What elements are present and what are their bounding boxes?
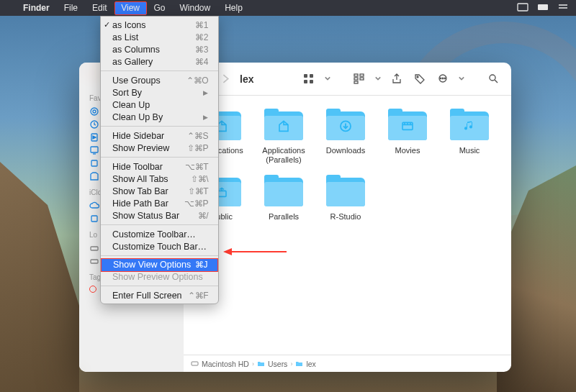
- group-dropdown-button[interactable]: [373, 71, 383, 87]
- folder-icon: [387, 109, 428, 143]
- svg-rect-16: [304, 74, 307, 78]
- folder-item[interactable]: Applications (Parallels): [253, 109, 315, 165]
- menubar-view[interactable]: View: [114, 1, 147, 15]
- folder-content[interactable]: Applications Applications (Parallels) Do…: [184, 96, 511, 355]
- svg-rect-21: [354, 78, 358, 80]
- folder-item[interactable]: R-Studio: [315, 175, 377, 222]
- folder-label: Movies: [395, 146, 420, 155]
- window-title: lex: [240, 73, 253, 85]
- search-button[interactable]: [484, 71, 503, 87]
- folder-label: Music: [459, 146, 480, 155]
- folder-item[interactable]: Parallels: [253, 175, 315, 222]
- menubar-app[interactable]: Finder: [16, 1, 57, 15]
- menu-show-view-options[interactable]: Show View Options⌘J: [101, 258, 218, 272]
- menubar: Finder File Edit View Go Window Help: [0, 0, 576, 16]
- menu-use-groups[interactable]: Use Groups⌃⌘O: [101, 74, 218, 86]
- path-segment[interactable]: lex: [306, 360, 315, 368]
- menu-separator: [101, 157, 218, 158]
- svg-rect-18: [304, 80, 307, 83]
- menu-show-preview[interactable]: Show Preview⇧⌘P: [101, 142, 218, 154]
- folder-label: Parallels: [269, 212, 299, 222]
- svg-rect-1: [538, 4, 548, 10]
- folder-icon: [449, 109, 490, 143]
- view-dropdown-button[interactable]: [323, 71, 333, 87]
- folder-item[interactable]: Movies: [377, 109, 438, 165]
- annotation-arrow-icon: [223, 246, 288, 257]
- menu-sort-by[interactable]: Sort By▶: [101, 86, 218, 99]
- menu-hide-path-bar[interactable]: Hide Path Bar⌥⌘P: [101, 197, 218, 209]
- menu-customize-touch-bar[interactable]: Customize Touch Bar…: [101, 240, 218, 252]
- menu-as-icons[interactable]: as Icons⌘1: [101, 19, 218, 31]
- svg-point-29: [444, 78, 446, 79]
- menu-clean-up[interactable]: Clean Up: [101, 99, 218, 111]
- svg-rect-39: [192, 362, 198, 365]
- action-dropdown-button[interactable]: [456, 71, 467, 87]
- svg-line-31: [495, 80, 498, 83]
- folder-label: Applications (Parallels): [255, 146, 312, 165]
- menu-as-list[interactable]: as List⌘2: [101, 31, 218, 43]
- path-segment[interactable]: Macintosh HD: [202, 360, 249, 368]
- folder-item[interactable]: Downloads: [315, 109, 377, 165]
- svg-rect-20: [354, 74, 358, 76]
- svg-rect-24: [360, 78, 364, 80]
- svg-point-6: [91, 108, 98, 115]
- menu-separator: [101, 70, 218, 71]
- finder-main: lex Applications Applications (Parallels…: [184, 63, 511, 372]
- svg-point-7: [93, 110, 96, 113]
- menubar-file[interactable]: File: [57, 1, 85, 15]
- chevron-right-icon: ▶: [203, 114, 208, 121]
- action-button[interactable]: [433, 71, 452, 87]
- folder-label: R-Studio: [330, 212, 361, 222]
- svg-point-27: [440, 78, 441, 79]
- tag-dot-icon: [89, 286, 96, 293]
- view-menu-dropdown: as Icons⌘1 as List⌘2 as Columns⌘3 as Gal…: [100, 16, 219, 304]
- folder-label: Downloads: [326, 146, 365, 155]
- menubar-help[interactable]: Help: [217, 1, 250, 15]
- menubar-status-icon[interactable]: [537, 2, 549, 14]
- menu-show-tab-bar[interactable]: Show Tab Bar⇧⌘T: [101, 185, 218, 197]
- share-button[interactable]: [387, 71, 406, 87]
- menu-show-all-tabs[interactable]: Show All Tabs⇧⌘\: [101, 173, 218, 185]
- path-segment[interactable]: Users: [268, 360, 287, 368]
- folder-icon: [263, 175, 305, 209]
- svg-point-30: [490, 75, 495, 81]
- chevron-right-icon: ▶: [203, 89, 208, 96]
- folder-item[interactable]: Music: [438, 109, 500, 165]
- menubar-window[interactable]: Window: [173, 1, 218, 15]
- svg-rect-23: [360, 74, 364, 76]
- folder-icon: [325, 175, 366, 209]
- control-center-icon[interactable]: [557, 2, 569, 14]
- svg-point-28: [442, 78, 444, 79]
- menu-enter-full-screen[interactable]: Enter Full Screen⌃⌘F: [101, 289, 218, 301]
- menu-clean-up-by[interactable]: Clean Up By▶: [101, 111, 218, 123]
- finder-toolbar: lex: [184, 63, 511, 96]
- svg-rect-0: [518, 4, 528, 11]
- svg-rect-17: [310, 74, 313, 78]
- svg-rect-14: [91, 247, 98, 250]
- menu-separator: [101, 126, 218, 127]
- menubar-go[interactable]: Go: [147, 1, 173, 15]
- menu-show-status-bar[interactable]: Show Status Bar⌘/: [101, 209, 218, 222]
- menu-as-gallery[interactable]: as Gallery⌘4: [101, 55, 218, 68]
- view-icons-button[interactable]: [300, 71, 318, 87]
- wallpaper-decoration: [0, 104, 79, 392]
- menu-hide-sidebar[interactable]: Hide Sidebar⌃⌘S: [101, 129, 218, 142]
- folder-icon: [325, 109, 366, 143]
- tags-button[interactable]: [410, 71, 429, 87]
- menu-customize-toolbar[interactable]: Customize Toolbar…: [101, 228, 218, 240]
- svg-rect-13: [91, 216, 97, 222]
- menu-separator: [101, 286, 218, 286]
- group-button[interactable]: [350, 71, 369, 87]
- svg-point-25: [417, 76, 418, 78]
- menu-show-preview-options: Show Preview Options: [101, 270, 218, 283]
- svg-rect-19: [310, 80, 313, 83]
- menu-separator: [101, 255, 218, 256]
- menubar-edit[interactable]: Edit: [85, 1, 114, 15]
- svg-rect-12: [91, 160, 97, 166]
- path-bar: Macintosh HD › Users › lex: [184, 355, 511, 372]
- menu-separator: [101, 224, 218, 225]
- menubar-status-icon[interactable]: [517, 2, 528, 14]
- menu-hide-toolbar[interactable]: Hide Toolbar⌥⌘T: [101, 160, 218, 173]
- svg-rect-15: [91, 260, 98, 263]
- menu-as-columns[interactable]: as Columns⌘3: [101, 43, 218, 55]
